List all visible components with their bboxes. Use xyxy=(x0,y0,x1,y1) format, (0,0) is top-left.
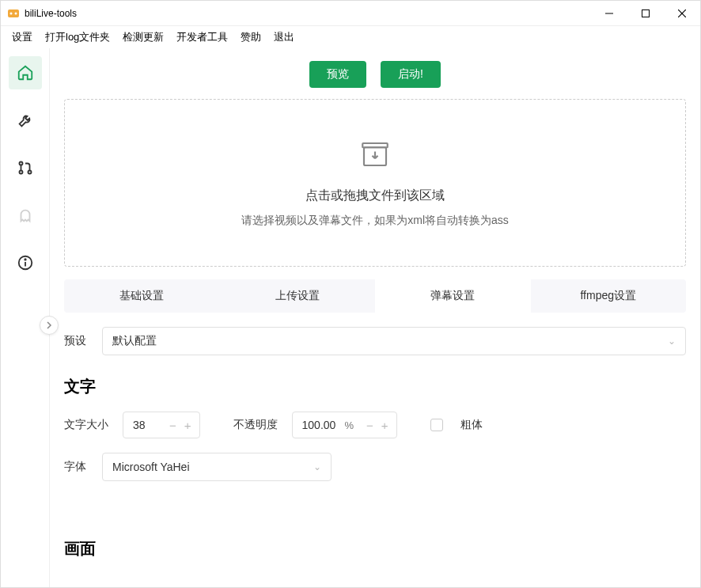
close-button[interactable] xyxy=(664,1,700,25)
menu-exit[interactable]: 退出 xyxy=(267,28,301,46)
preview-button[interactable]: 预览 xyxy=(309,61,366,88)
sidebar-item-pull-request[interactable] xyxy=(9,151,42,184)
preset-value: 默认配置 xyxy=(112,334,157,348)
font-size-value: 38 xyxy=(133,419,158,431)
tab-danmaku[interactable]: 弹幕设置 xyxy=(375,279,531,313)
opacity-value: 100.00 xyxy=(302,419,340,431)
dropzone-title: 点击或拖拽文件到该区域 xyxy=(305,188,445,204)
dropzone-subtitle: 请选择视频以及弹幕文件，如果为xml将自动转换为ass xyxy=(241,214,509,228)
increment-button[interactable]: + xyxy=(183,419,193,432)
section-canvas-heading: 画面 xyxy=(64,538,686,560)
sidebar-item-ghost[interactable] xyxy=(9,199,42,232)
sidebar-collapse-button[interactable] xyxy=(40,316,59,335)
svg-point-7 xyxy=(19,161,22,165)
menu-check-update[interactable]: 检测更新 xyxy=(116,28,170,46)
svg-point-9 xyxy=(28,170,31,173)
tab-ffmpeg[interactable]: ffmpeg设置 xyxy=(531,279,687,313)
start-button[interactable]: 启动! xyxy=(381,61,441,88)
sidebar xyxy=(1,48,50,588)
chevron-down-icon: ⌄ xyxy=(313,461,321,472)
decrement-button[interactable]: − xyxy=(365,419,375,432)
bold-checkbox[interactable] xyxy=(430,419,443,431)
sidebar-item-home[interactable] xyxy=(9,56,42,89)
menu-dev-tools[interactable]: 开发者工具 xyxy=(170,28,234,46)
font-label: 字体 xyxy=(64,460,91,474)
sidebar-item-tools[interactable] xyxy=(9,104,42,137)
app-title: biliLive-tools xyxy=(25,8,591,19)
svg-rect-14 xyxy=(362,143,388,147)
decrement-button[interactable]: − xyxy=(168,419,178,432)
opacity-label: 不透明度 xyxy=(233,418,281,432)
opacity-input[interactable]: 100.00 % − + xyxy=(292,412,397,438)
section-text-heading: 文字 xyxy=(64,376,686,397)
app-icon xyxy=(7,7,20,20)
opacity-unit: % xyxy=(345,419,354,431)
font-select[interactable]: Microsoft YaHei ⌄ xyxy=(102,453,332,481)
svg-point-8 xyxy=(19,170,22,173)
menu-sponsor[interactable]: 赞助 xyxy=(234,28,267,46)
svg-point-2 xyxy=(15,12,17,14)
font-size-input[interactable]: 38 − + xyxy=(123,412,200,438)
file-dropzone[interactable]: 点击或拖拽文件到该区域 请选择视频以及弹幕文件，如果为xml将自动转换为ass xyxy=(64,99,686,267)
chevron-down-icon: ⌄ xyxy=(668,336,676,347)
font-value: Microsoft YaHei xyxy=(112,461,190,473)
menu-open-log[interactable]: 打开log文件夹 xyxy=(39,28,116,46)
tab-upload[interactable]: 上传设置 xyxy=(220,279,376,313)
bold-label: 粗体 xyxy=(460,418,483,432)
menu-settings[interactable]: 设置 xyxy=(6,28,39,46)
minimize-button[interactable] xyxy=(591,1,627,25)
svg-rect-0 xyxy=(8,9,19,17)
settings-tabs: 基础设置 上传设置 弹幕设置 ffmpeg设置 xyxy=(64,279,686,313)
archive-download-icon xyxy=(358,138,392,173)
svg-rect-4 xyxy=(642,9,650,17)
svg-point-12 xyxy=(25,259,25,260)
preset-select[interactable]: 默认配置 ⌄ xyxy=(102,327,686,355)
svg-point-1 xyxy=(10,12,13,14)
increment-button[interactable]: + xyxy=(380,419,390,432)
preset-label: 预设 xyxy=(64,334,91,348)
sidebar-item-info[interactable] xyxy=(9,246,42,279)
font-size-label: 文字大小 xyxy=(64,418,112,432)
maximize-button[interactable] xyxy=(627,1,664,25)
tab-basic[interactable]: 基础设置 xyxy=(64,279,220,313)
menu-bar: 设置 打开log文件夹 检测更新 开发者工具 赞助 退出 xyxy=(1,26,700,48)
